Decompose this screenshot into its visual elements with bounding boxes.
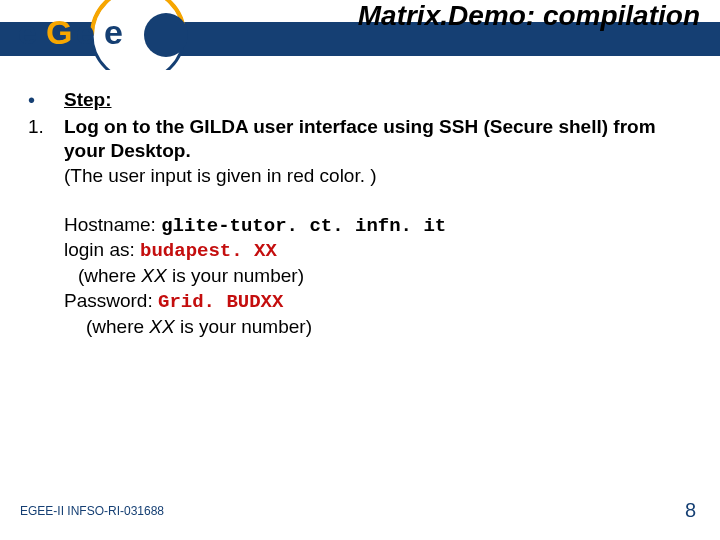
login-label: login as: bbox=[64, 239, 140, 260]
step-label: Step: bbox=[64, 88, 692, 113]
login-value: budapest. XX bbox=[140, 240, 277, 262]
hostname-line: Hostname: glite-tutor. ct. infn. it bbox=[64, 213, 692, 239]
footer-left: EGEE-II INFSO-RI-031688 bbox=[20, 504, 164, 518]
svg-point-1 bbox=[144, 13, 188, 57]
where-prefix-2: (where bbox=[86, 316, 149, 337]
slide-tagline: Enabling Grids for E-sciencE bbox=[200, 57, 321, 67]
item1-bold: Log on to the GILDA user interface using… bbox=[64, 116, 656, 162]
hostname-value: glite-tutor. ct. infn. it bbox=[161, 215, 446, 237]
where-xx-2: XX bbox=[149, 316, 174, 337]
where-xx-1: XX bbox=[141, 265, 166, 286]
where-line-1: (where XX is your number) bbox=[64, 264, 692, 289]
svg-text:e: e bbox=[104, 13, 123, 51]
where-suffix-1: is your number) bbox=[167, 265, 304, 286]
slide-header: e G e e Matrix.Demo: compilation Enablin… bbox=[0, 0, 720, 70]
where-prefix-1: (where bbox=[78, 265, 141, 286]
page-number: 8 bbox=[685, 499, 696, 522]
password-value: Grid. BUDXX bbox=[158, 291, 283, 313]
item1-line: Log on to the GILDA user interface using… bbox=[64, 115, 692, 164]
number-marker: 1. bbox=[28, 115, 64, 340]
login-line: login as: budapest. XX bbox=[64, 238, 692, 264]
svg-text:e: e bbox=[76, 13, 95, 51]
bullet-step: • Step: bbox=[28, 88, 692, 113]
slide-content: • Step: 1. Log on to the GILDA user inte… bbox=[0, 70, 720, 339]
where-suffix-2: is your number) bbox=[175, 316, 312, 337]
hostname-label: Hostname: bbox=[64, 214, 161, 235]
svg-text:e: e bbox=[18, 13, 37, 51]
password-line: Password: Grid. BUDXX bbox=[64, 289, 692, 315]
where-line-2: (where XX is your number) bbox=[64, 315, 692, 340]
password-label: Password: bbox=[64, 290, 158, 311]
slide-title: Matrix.Demo: compilation bbox=[358, 0, 700, 32]
egee-logo: e G e e bbox=[8, 0, 188, 74]
svg-text:G: G bbox=[46, 13, 72, 51]
bullet-marker: • bbox=[28, 88, 64, 113]
numbered-item-1: 1. Log on to the GILDA user interface us… bbox=[28, 115, 692, 340]
item1-note: (The user input is given in red color. ) bbox=[64, 164, 692, 189]
